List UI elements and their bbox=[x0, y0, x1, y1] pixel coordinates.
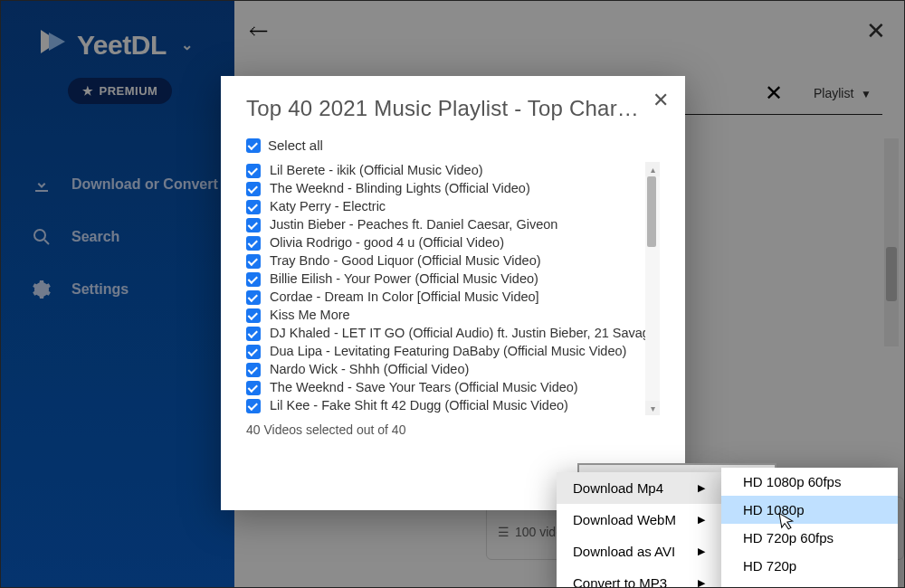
chevron-right-icon: ▶ bbox=[698, 514, 705, 526]
quality-menu-item[interactable]: 480p bbox=[721, 580, 898, 588]
list-scrollbar[interactable]: ▴ ▾ bbox=[645, 162, 660, 415]
video-item-label: Lil Kee - Fake Shit ft 42 Dugg (Official… bbox=[270, 398, 568, 414]
checkbox-checked-icon[interactable] bbox=[246, 308, 261, 323]
quality-menu-item[interactable]: HD 720p 60fps bbox=[721, 524, 898, 552]
format-menu-item[interactable]: Download WebM▶ bbox=[557, 504, 721, 536]
download-modal: ✕ Top 40 2021 Music Playlist - Top Chart… bbox=[221, 76, 685, 510]
checkbox-checked-icon[interactable] bbox=[246, 200, 261, 214]
checkbox-checked-icon[interactable] bbox=[246, 327, 261, 341]
video-item[interactable]: Lil Berete - ikik (Official Music Video) bbox=[246, 162, 660, 180]
video-item[interactable]: Lil Kee - Fake Shit ft 42 Dugg (Official… bbox=[246, 397, 660, 415]
video-item-label: Tray Bndo - Good Liquor (Official Music … bbox=[270, 253, 541, 270]
video-item[interactable]: DJ Khaled - LET IT GO (Official Audio) f… bbox=[246, 325, 660, 343]
video-item-label: Olivia Rodrigo - good 4 u (Official Vide… bbox=[270, 235, 504, 251]
modal-close-icon[interactable]: ✕ bbox=[653, 89, 669, 112]
format-menu-item[interactable]: Download as AVI▶ bbox=[557, 536, 721, 567]
video-item-label: The Weeknd - Blinding Lights (Official V… bbox=[270, 181, 530, 197]
checkbox-checked-icon[interactable] bbox=[246, 182, 261, 196]
checkbox-checked-icon[interactable] bbox=[246, 290, 261, 305]
checkbox-checked-icon[interactable] bbox=[246, 218, 261, 232]
selection-count: 40 Videos selected out of 40 bbox=[246, 422, 660, 437]
video-item-label: Billie Eilish - Your Power (Official Mus… bbox=[270, 271, 538, 288]
format-menu-item[interactable]: Convert to MP3▶ bbox=[557, 567, 721, 588]
video-item[interactable]: The Weeknd - Save Your Tears (Official M… bbox=[246, 379, 660, 397]
checkbox-checked-icon[interactable] bbox=[246, 254, 261, 269]
video-item-label: Justin Bieber - Peaches ft. Daniel Caesa… bbox=[270, 217, 557, 233]
video-item[interactable]: Billie Eilish - Your Power (Official Mus… bbox=[246, 270, 660, 289]
scroll-up-icon[interactable]: ▴ bbox=[645, 162, 660, 176]
format-menu-item[interactable]: Download Mp4▶ bbox=[557, 472, 721, 504]
video-item-label: Kiss Me More bbox=[270, 308, 350, 324]
video-item[interactable]: Cordae - Dream In Color [Official Music … bbox=[246, 289, 660, 307]
video-item[interactable]: Olivia Rodrigo - good 4 u (Official Vide… bbox=[246, 234, 660, 252]
modal-title: Top 40 2021 Music Playlist - Top Chart 4… bbox=[246, 96, 644, 121]
checkbox-checked-icon[interactable] bbox=[246, 138, 261, 153]
checkbox-checked-icon[interactable] bbox=[246, 272, 261, 287]
video-item-label: Lil Berete - ikik (Official Music Video) bbox=[270, 163, 483, 179]
video-item[interactable]: Tray Bndo - Good Liquor (Official Music … bbox=[246, 252, 660, 270]
format-menu-label: Convert to MP3 bbox=[573, 575, 667, 588]
video-item[interactable]: The Weeknd - Blinding Lights (Official V… bbox=[246, 180, 660, 198]
video-item-label: DJ Khaled - LET IT GO (Official Audio) f… bbox=[270, 326, 657, 342]
video-item[interactable]: Nardo Wick - Shhh (Official Video) bbox=[246, 361, 660, 379]
chevron-right-icon: ▶ bbox=[698, 482, 705, 494]
checkbox-checked-icon[interactable] bbox=[246, 236, 261, 251]
chevron-right-icon: ▶ bbox=[698, 577, 705, 588]
select-all-label: Select all bbox=[268, 138, 323, 153]
checkbox-checked-icon[interactable] bbox=[246, 381, 261, 395]
scroll-thumb[interactable] bbox=[647, 176, 656, 247]
video-item-label: Cordae - Dream In Color [Official Music … bbox=[270, 289, 539, 306]
video-item-label: Nardo Wick - Shhh (Official Video) bbox=[270, 362, 469, 378]
format-menu-label: Download Mp4 bbox=[573, 480, 663, 496]
select-all-row[interactable]: Select all bbox=[246, 138, 660, 153]
video-item[interactable]: Dua Lipa - Levitating Featuring DaBaby (… bbox=[246, 343, 660, 361]
checkbox-checked-icon[interactable] bbox=[246, 164, 261, 178]
checkbox-checked-icon[interactable] bbox=[246, 345, 261, 359]
video-item-label: Dua Lipa - Levitating Featuring DaBaby (… bbox=[270, 344, 626, 360]
video-item[interactable]: Kiss Me More bbox=[246, 307, 660, 325]
checkbox-checked-icon[interactable] bbox=[246, 363, 261, 377]
quality-menu-item[interactable]: HD 1080p bbox=[721, 496, 898, 524]
chevron-right-icon: ▶ bbox=[698, 545, 705, 557]
quality-menu-item[interactable]: HD 720p bbox=[721, 552, 898, 580]
video-item-label: Katy Perry - Electric bbox=[270, 199, 386, 215]
scroll-down-icon[interactable]: ▾ bbox=[645, 401, 660, 415]
format-menu-label: Download as AVI bbox=[573, 544, 675, 559]
video-item[interactable]: Katy Perry - Electric bbox=[246, 198, 660, 216]
format-menu: Download Mp4▶Download WebM▶Download as A… bbox=[557, 472, 721, 588]
video-list: Lil Berete - ikik (Official Music Video)… bbox=[246, 162, 660, 415]
format-menu-label: Download WebM bbox=[573, 512, 676, 527]
video-item[interactable]: Justin Bieber - Peaches ft. Daniel Caesa… bbox=[246, 216, 660, 234]
scroll-track[interactable] bbox=[645, 176, 660, 401]
quality-menu-item[interactable]: HD 1080p 60fps bbox=[721, 468, 898, 496]
quality-menu: HD 1080p 60fpsHD 1080pHD 720p 60fpsHD 72… bbox=[721, 468, 898, 588]
video-item-label: The Weeknd - Save Your Tears (Official M… bbox=[270, 380, 578, 396]
checkbox-checked-icon[interactable] bbox=[246, 399, 261, 413]
